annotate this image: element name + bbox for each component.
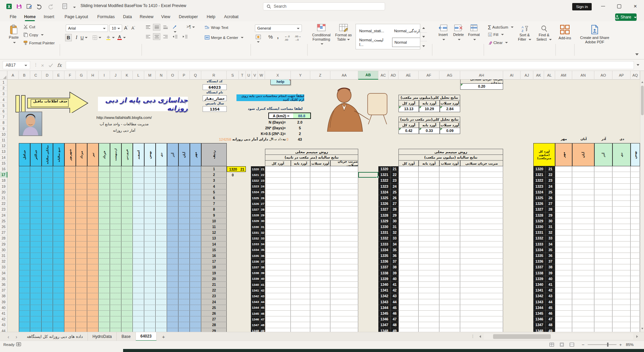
hscroll-right-icon[interactable] <box>634 332 640 341</box>
column-header-X[interactable]: X <box>265 71 291 80</box>
column-header-AO[interactable]: AO <box>594 71 612 80</box>
row-header-27[interactable]: 27 <box>0 230 7 235</box>
row-header-32[interactable]: 32 <box>0 259 7 264</box>
merge-center-button[interactable]: Merge & Center <box>205 35 244 40</box>
column-header-AN[interactable]: AN <box>572 71 594 80</box>
left-table-row[interactable] <box>19 259 227 264</box>
right-month-header[interactable]: آذر <box>594 143 612 166</box>
fill-handle[interactable] <box>377 176 379 178</box>
create-pdf-button[interactable]: Create and Share Adobe PDF <box>576 25 613 44</box>
column-header-K[interactable]: K <box>121 71 133 80</box>
row-header-14[interactable]: 14 <box>0 155 7 161</box>
column-header-AG[interactable]: AG <box>439 71 460 80</box>
zoom-out-icon[interactable]: − <box>580 342 586 348</box>
right-table-row[interactable] <box>555 178 640 183</box>
menu-tab-help[interactable]: Help <box>203 12 219 21</box>
style-gallery-scroll[interactable] <box>420 24 427 49</box>
menu-tab-formulas[interactable]: Formulas <box>93 12 119 21</box>
increase-font-icon[interactable]: Aˆ <box>124 25 128 31</box>
method-table-row[interactable] <box>398 195 503 201</box>
method-table-row[interactable] <box>398 270 503 276</box>
autosum-button[interactable]: ∑AutoSum <box>488 25 514 30</box>
left-table-row[interactable] <box>19 224 227 230</box>
collapse-ribbon-icon[interactable] <box>635 53 639 55</box>
method-table-row[interactable] <box>398 213 503 218</box>
help-button[interactable]: help <box>270 80 290 85</box>
column-header-T[interactable]: T <box>239 71 246 80</box>
flood-coef-value[interactable]: 0.20 <box>460 84 503 90</box>
font-color-button[interactable]: A <box>117 34 126 41</box>
tab-scroll-dots-icon[interactable]: ⋮ <box>471 334 475 339</box>
method-table-row[interactable] <box>265 316 358 322</box>
zero-cell[interactable]: 0 <box>227 172 239 178</box>
left-table-row[interactable] <box>19 166 227 172</box>
row-header-10[interactable]: 10 <box>0 132 7 137</box>
method-table-row[interactable] <box>265 218 358 224</box>
decrease-indent-icon[interactable] <box>172 35 178 39</box>
left-table-row[interactable] <box>19 264 227 270</box>
method-table-row[interactable] <box>398 322 503 328</box>
right-table-row[interactable] <box>555 189 640 195</box>
wrap-text-button[interactable]: ab Wrap Text <box>205 25 228 30</box>
row-header-1[interactable]: 1 <box>0 80 7 85</box>
vscroll-thumb[interactable] <box>641 86 644 115</box>
right-table-row[interactable] <box>555 305 640 311</box>
undo-icon[interactable] <box>36 3 44 10</box>
right-table-row[interactable] <box>555 166 640 172</box>
cancel-icon[interactable]: × <box>39 61 46 69</box>
column-header-AH[interactable]: AH <box>460 71 503 80</box>
number-format-combo[interactable]: General <box>255 25 302 32</box>
method-table-row[interactable] <box>265 270 358 276</box>
method-table-row[interactable] <box>398 189 503 195</box>
prev-sheet-icon[interactable]: ‹ <box>5 332 12 341</box>
align-center-icon[interactable] <box>153 33 160 40</box>
method-table-row[interactable] <box>265 259 358 264</box>
column-header-J[interactable]: J <box>110 71 121 80</box>
method-table-row[interactable] <box>398 207 503 212</box>
column-header-N[interactable]: N <box>156 71 167 80</box>
method-table-row[interactable] <box>265 230 358 235</box>
right-table-row[interactable] <box>555 264 640 270</box>
insert-cells-button[interactable]: Insert <box>436 25 450 42</box>
view-page-break-icon[interactable] <box>570 343 574 347</box>
row-header-33[interactable]: 33 <box>0 264 7 270</box>
row-header-24[interactable]: 24 <box>0 213 7 218</box>
left-table-row[interactable] <box>19 241 227 247</box>
column-header-AM[interactable]: AM <box>555 71 572 80</box>
row-header-36[interactable]: 36 <box>0 282 7 288</box>
row-header-22[interactable]: 22 <box>0 201 7 207</box>
left-table-row[interactable] <box>19 253 227 259</box>
column-header-W[interactable]: W <box>258 71 265 80</box>
menu-tab-insert[interactable]: Insert <box>38 12 60 21</box>
right-table-row[interactable] <box>555 213 640 218</box>
row-header-11[interactable]: 11 <box>0 137 7 143</box>
method-table-row[interactable] <box>398 166 503 172</box>
share-button[interactable]: Share <box>615 13 637 21</box>
column-header-AI[interactable]: AI <box>503 71 521 80</box>
method-table-row[interactable] <box>265 293 358 299</box>
method-table-row[interactable] <box>398 311 503 316</box>
menu-tab-page-layout[interactable]: Page Layout <box>60 12 93 21</box>
row-header-35[interactable]: 35 <box>0 276 7 282</box>
method-table-row[interactable] <box>398 224 503 230</box>
right-table-row[interactable] <box>555 218 640 224</box>
right-month-header[interactable]: دی <box>612 143 631 166</box>
method-table-row[interactable] <box>265 264 358 270</box>
excel-app-icon[interactable]: X <box>5 3 13 10</box>
row-header-2[interactable]: 2 <box>0 85 7 91</box>
left-table-row[interactable] <box>19 218 227 224</box>
method-table-row[interactable] <box>398 178 503 183</box>
right-table-row[interactable] <box>555 328 640 332</box>
column-header-R[interactable]: R <box>201 71 227 80</box>
gallery-more-icon[interactable] <box>420 41 427 50</box>
method-table-row[interactable] <box>398 305 503 311</box>
method-table-row[interactable] <box>265 288 358 293</box>
row-header-44[interactable]: 44 <box>0 328 7 332</box>
row-header-34[interactable]: 34 <box>0 270 7 276</box>
worksheet[interactable]: 1234567891011121314151617181920212223242… <box>0 80 640 332</box>
right-table-row[interactable] <box>555 253 640 259</box>
right-month-header[interactable]: مهر <box>555 143 572 166</box>
name-box-splitter[interactable]: ⋮ <box>34 62 38 67</box>
month-column-header[interactable]: اردیبهشت <box>110 143 121 166</box>
scroll-down-icon[interactable] <box>640 326 644 331</box>
